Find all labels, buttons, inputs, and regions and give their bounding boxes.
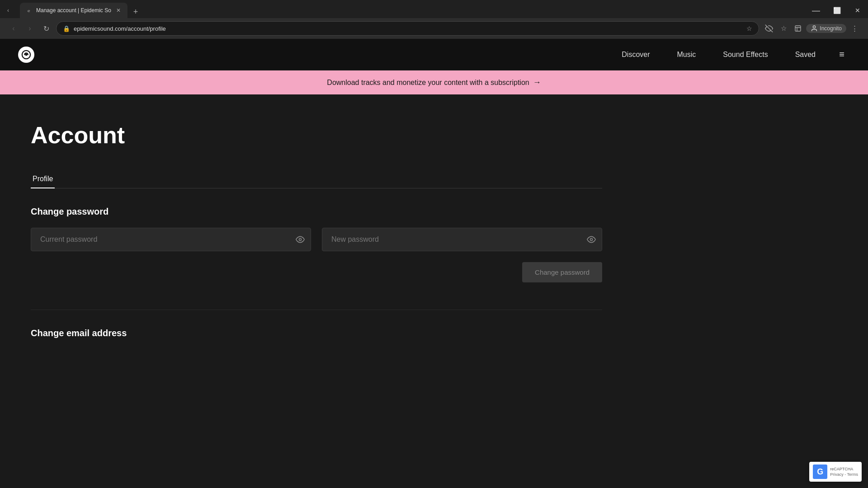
tab-scroll-back[interactable]: ‹: [4, 6, 13, 15]
nav-music[interactable]: Music: [677, 51, 696, 59]
browser-tabs: ℮ Manage account | Epidemic So ✕ +: [16, 3, 806, 18]
svg-rect-3: [795, 26, 801, 31]
nav-saved[interactable]: Saved: [795, 51, 816, 59]
eye-off-icon[interactable]: [763, 22, 775, 35]
section-divider: [31, 310, 602, 310]
site-logo[interactable]: [18, 47, 34, 63]
change-password-section: Change password: [31, 206, 602, 282]
nav-discover[interactable]: Discover: [622, 51, 650, 59]
close-button[interactable]: ✕: [847, 3, 868, 18]
new-tab-button[interactable]: +: [129, 5, 142, 18]
svg-point-4: [813, 26, 816, 28]
address-bar[interactable]: 🔒 ☆: [56, 21, 759, 36]
browser-titlebar: ‹ ℮ Manage account | Epidemic So ✕ + — ⬜…: [0, 0, 868, 18]
new-password-eye-icon[interactable]: [587, 235, 596, 244]
current-password-wrapper: [31, 228, 311, 251]
nav-links: Discover Music Sound Effects Saved: [622, 51, 816, 59]
lock-icon: 🔒: [63, 25, 70, 32]
promo-banner-text: Download tracks and monetize your conten…: [327, 79, 529, 87]
tab-profile[interactable]: Profile: [31, 170, 55, 188]
tab-close-button[interactable]: ✕: [115, 7, 122, 14]
minimize-button[interactable]: —: [806, 3, 826, 18]
change-password-title: Change password: [31, 206, 602, 217]
svg-point-7: [590, 239, 593, 241]
site-nav: Discover Music Sound Effects Saved ≡: [0, 39, 868, 70]
incognito-badge[interactable]: Incognito: [806, 24, 846, 33]
url-input[interactable]: [74, 25, 743, 32]
change-password-row: Change password: [31, 262, 602, 282]
profile-tabs: Profile: [31, 170, 602, 188]
extension-icon[interactable]: [792, 22, 804, 35]
incognito-label: Incognito: [820, 25, 842, 32]
toolbar-actions: ☆ Incognito ⋮: [763, 22, 861, 35]
bookmark-icon: ☆: [746, 25, 752, 32]
svg-point-5: [26, 54, 27, 55]
refresh-button[interactable]: ↻: [40, 22, 52, 35]
change-email-title: Change email address: [31, 328, 602, 338]
forward-button[interactable]: ›: [24, 22, 36, 35]
main-content: Account Profile Change password: [0, 94, 633, 366]
back-button[interactable]: ‹: [7, 22, 20, 35]
page-title: Account: [31, 122, 602, 149]
star-icon[interactable]: ☆: [777, 22, 790, 35]
browser-chrome: ‹ ℮ Manage account | Epidemic So ✕ + — ⬜…: [0, 0, 868, 39]
password-fields: [31, 228, 602, 251]
promo-banner[interactable]: Download tracks and monetize your conten…: [0, 70, 868, 94]
logo-icon: [18, 47, 34, 63]
current-password-eye-icon[interactable]: [296, 235, 305, 244]
recaptcha-badge: G reCAPTCHA Privacy - Terms: [809, 462, 862, 482]
change-password-button[interactable]: Change password: [522, 262, 602, 282]
browser-toolbar: ‹ › ↻ 🔒 ☆ ☆: [0, 18, 868, 39]
recaptcha-line2[interactable]: Privacy - Terms: [830, 472, 858, 477]
promo-arrow-icon: →: [533, 78, 541, 87]
nav-sound-effects[interactable]: Sound Effects: [723, 51, 768, 59]
recaptcha-logo: G: [813, 465, 827, 479]
maximize-button[interactable]: ⬜: [826, 3, 847, 18]
active-tab[interactable]: ℮ Manage account | Epidemic So ✕: [20, 3, 127, 18]
menu-dots-icon[interactable]: ⋮: [848, 22, 861, 35]
svg-text:℮: ℮: [28, 9, 30, 13]
hamburger-button[interactable]: ≡: [834, 47, 850, 63]
recaptcha-text: reCAPTCHA Privacy - Terms: [830, 467, 858, 477]
tab-title: Manage account | Epidemic So: [36, 7, 111, 14]
change-email-section: Change email address: [31, 328, 602, 338]
new-password-wrapper: [322, 228, 602, 251]
recaptcha-line1: reCAPTCHA: [830, 467, 858, 472]
new-password-input[interactable]: [322, 228, 602, 251]
current-password-input[interactable]: [31, 228, 311, 251]
site-content: Discover Music Sound Effects Saved ≡ Dow…: [0, 39, 868, 366]
svg-point-6: [299, 239, 302, 241]
tab-favicon: ℮: [25, 7, 33, 14]
